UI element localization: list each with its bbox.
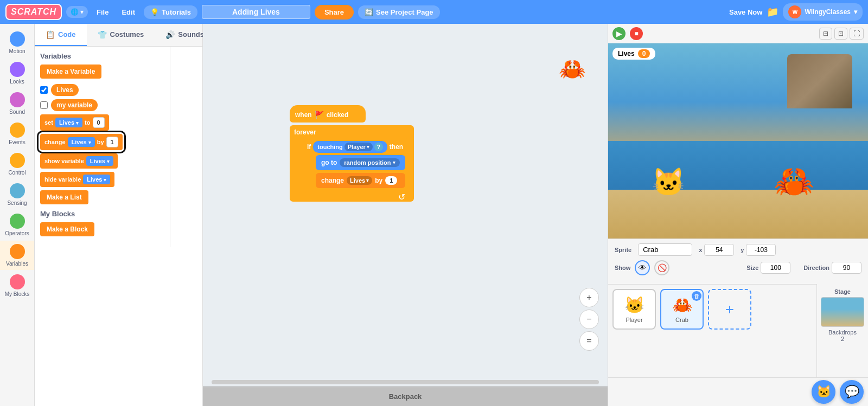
sprite-thumb-crab[interactable]: 🦀 Crab 🗑 <box>660 289 704 330</box>
sidebar-item-variables[interactable]: Variables <box>0 241 34 270</box>
file-menu[interactable]: File <box>92 6 113 18</box>
sprite-delete-button[interactable]: 🗑 <box>692 291 701 301</box>
costumes-icon: 👕 <box>98 30 107 39</box>
sprite-name-input[interactable] <box>638 243 692 256</box>
show-variable-block[interactable]: show variable Lives ▾ <box>40 153 118 169</box>
sidebar-item-control[interactable]: Control <box>0 150 34 179</box>
sensing-dot <box>10 183 25 198</box>
make-block-button[interactable]: Make a Block <box>40 222 94 236</box>
make-list-button[interactable]: Make a List <box>40 190 88 204</box>
normal-stage-button[interactable]: ⊡ <box>834 28 847 40</box>
save-now-button[interactable]: Save Now <box>729 8 762 16</box>
zoom-out-button[interactable]: − <box>579 310 599 329</box>
horizontal-scrollbar[interactable] <box>212 380 599 384</box>
user-menu[interactable]: W WiingyClasses ▾ <box>783 3 863 21</box>
cat-help-button[interactable]: 🐱 <box>812 380 835 404</box>
lives-checkbox[interactable] <box>40 86 48 94</box>
top-nav: SCRATCH 🌐 ▾ File Edit 💡 Tutorials Share … <box>0 0 868 24</box>
size-group: Size <box>746 262 790 274</box>
sidebar-item-myblocks[interactable]: My Blocks <box>0 271 34 300</box>
add-sprite-button[interactable]: + <box>708 289 751 330</box>
player-cat-sprite[interactable]: 🐱 <box>652 166 685 198</box>
y-input[interactable] <box>746 244 776 256</box>
change-value[interactable]: 1 <box>106 137 118 147</box>
tutorials-button[interactable]: 💡 Tutorials <box>144 5 197 19</box>
change-val-display[interactable]: 1 <box>385 176 397 185</box>
stage-thumbnail[interactable] <box>821 297 864 327</box>
change-block[interactable]: change Lives ▾ by 1 <box>40 134 123 150</box>
show-var-dropdown[interactable]: Lives ▾ <box>86 156 113 166</box>
zoom-in-button[interactable]: + <box>579 288 599 307</box>
tutorials-icon: 💡 <box>150 8 159 16</box>
goto-block[interactable]: go to random position ▾ <box>316 155 405 170</box>
change-var-dropdown[interactable]: Lives ▾ <box>68 137 95 147</box>
tab-code[interactable]: 📋 Code <box>35 24 87 46</box>
stop-button[interactable]: ■ <box>630 27 643 40</box>
sidebar-item-events[interactable]: Events <box>0 119 34 149</box>
edit-menu[interactable]: Edit <box>117 6 139 18</box>
change-dropdown-arrow: ▾ <box>88 140 91 145</box>
add-extension-button[interactable]: 💬 <box>840 380 864 404</box>
show-visible-button[interactable]: 👁 <box>635 260 650 275</box>
player-dropdown[interactable]: Player ▾ <box>344 143 373 151</box>
project-title-input[interactable] <box>202 5 310 19</box>
lives-dropdown[interactable]: Lives ▾ <box>347 176 372 185</box>
tab-costumes[interactable]: 👕 Costumes <box>87 24 155 46</box>
touching-block[interactable]: touching Player ▾ ? <box>313 141 387 153</box>
make-variable-button[interactable]: Make a Variable <box>40 65 101 79</box>
set-block[interactable]: set Lives ▾ to 0 <box>40 114 109 131</box>
backpack-bar[interactable]: Backpack <box>203 386 608 406</box>
sidebar-item-looks[interactable]: Looks <box>0 59 34 88</box>
touching-help-icon[interactable]: ? <box>374 143 383 151</box>
my-blocks-title: My Blocks <box>40 210 164 218</box>
globe-button[interactable]: 🌐 ▾ <box>66 6 88 18</box>
stage-canvas: 🐱 🦀 Lives 0 <box>608 43 868 239</box>
flag-icon: 🚩 <box>315 111 324 119</box>
see-project-button[interactable]: 🔄 See Project Page <box>358 5 440 19</box>
lives-var-row: Lives <box>40 84 164 96</box>
direction-group: Direction <box>803 262 861 274</box>
show-hidden-button[interactable]: 🚫 <box>654 260 669 275</box>
set-var-dropdown[interactable]: Lives ▾ <box>55 118 82 127</box>
when-flag-block[interactable]: when 🚩 clicked <box>290 105 366 123</box>
control-dot <box>10 153 25 168</box>
fullscreen-button[interactable]: ⛶ <box>850 28 864 40</box>
lives-badge: Lives 0 <box>612 48 655 60</box>
sidebar-item-sensing[interactable]: Sensing <box>0 180 34 209</box>
lives-count: 0 <box>638 49 650 58</box>
direction-label: Direction <box>803 265 829 271</box>
stage-water <box>608 141 868 195</box>
avatar: W <box>788 5 801 18</box>
x-input[interactable] <box>704 244 734 256</box>
scratch-logo[interactable]: SCRATCH <box>5 4 62 20</box>
small-stage-button[interactable]: ⊟ <box>819 28 832 40</box>
code-icon: 📋 <box>46 30 55 39</box>
if-touching-block[interactable]: if touching Player ▾ ? <box>303 138 410 193</box>
green-flag-button[interactable]: ▶ <box>612 27 626 40</box>
size-input[interactable] <box>761 262 790 274</box>
direction-input[interactable] <box>832 262 861 274</box>
share-button[interactable]: Share <box>315 5 354 20</box>
lives-pill[interactable]: Lives <box>51 84 79 96</box>
forever-block[interactable]: forever if touching Player <box>290 125 414 202</box>
stage-crab-sprite[interactable]: 🦀 <box>774 162 814 201</box>
canvas-crab-sprite[interactable]: 🦀 <box>559 56 586 82</box>
random-pos-dropdown[interactable]: random position ▾ <box>340 158 399 167</box>
sidebar-item-operators[interactable]: Operators <box>0 210 34 240</box>
my-variable-row: my variable <box>40 99 164 111</box>
my-variable-pill[interactable]: my variable <box>51 99 98 111</box>
hide-variable-block[interactable]: hide variable Lives ▾ <box>40 172 114 187</box>
sidebar-item-motion[interactable]: Motion <box>0 28 34 57</box>
forever-arc: ↺ <box>398 192 405 202</box>
change-lives-block[interactable]: change Lives ▾ by 1 <box>316 173 405 188</box>
set-value[interactable]: 0 <box>93 117 105 128</box>
zoom-reset-button[interactable]: = <box>579 331 599 351</box>
stage-background: 🐱 🦀 Lives 0 <box>608 43 868 239</box>
player-sprite-icon: 🐱 <box>624 295 644 314</box>
size-label: Size <box>746 265 758 271</box>
folder-icon[interactable]: 📁 <box>767 6 778 18</box>
hide-var-dropdown[interactable]: Lives ▾ <box>83 175 110 184</box>
sprite-thumb-player[interactable]: 🐱 Player <box>612 289 656 330</box>
my-variable-checkbox[interactable] <box>40 101 48 109</box>
sidebar-item-sound[interactable]: Sound <box>0 89 34 118</box>
